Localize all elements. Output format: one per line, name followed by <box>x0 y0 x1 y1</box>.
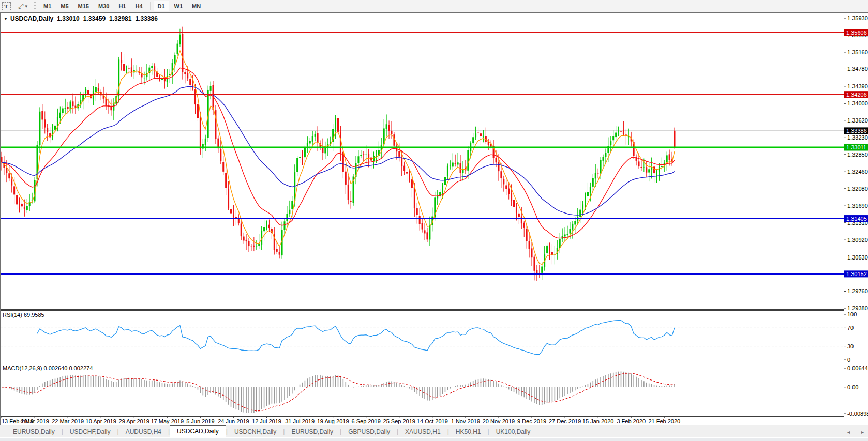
date-label: 22 Mar 2019 <box>52 418 84 424</box>
tab-scroll-controls: ◂ ▸ <box>847 425 864 438</box>
svg-text:1.33230: 1.33230 <box>847 134 868 141</box>
date-label: 15 Jan 2020 <box>582 418 614 424</box>
svg-text:100: 100 <box>847 311 857 317</box>
svg-text:1.33620: 1.33620 <box>847 117 868 124</box>
svg-text:1.33386: 1.33386 <box>846 128 867 134</box>
date-label: 4 Mar 2019 <box>20 418 49 424</box>
date-label: 3 Feb 2020 <box>617 418 646 424</box>
tab-audusd-h4[interactable]: AUDUSD,H4 <box>119 427 168 437</box>
svg-text:1.34390: 1.34390 <box>847 83 868 89</box>
rsi-pane: 10070300 <box>1 311 857 363</box>
tab-scroll-right-icon[interactable]: ▸ <box>861 429 864 435</box>
date-label: 27 Dec 2019 <box>549 418 581 424</box>
svg-text:1.31690: 1.31690 <box>847 203 868 209</box>
svg-text:1.35930: 1.35930 <box>847 15 868 21</box>
text-tool-icon: T <box>2 2 11 10</box>
svg-text:1.30920: 1.30920 <box>847 237 868 243</box>
timeframe-button-m30[interactable]: M30 <box>94 1 113 11</box>
close-value: 1.33386 <box>135 15 157 22</box>
tab-eurusd-daily[interactable]: EURUSD,Daily <box>6 427 62 437</box>
time-axis[interactable]: 13 Feb 20194 Mar 201922 Mar 201910 Apr 2… <box>2 417 680 425</box>
horizontal-lines-layer[interactable] <box>1 33 844 274</box>
tab-uk100-daily[interactable]: UK100,Daily <box>489 427 537 437</box>
svg-text:1.35606: 1.35606 <box>846 29 867 36</box>
timeframe-button-group: M1M5M15M30H1H4D1W1MN <box>39 1 211 11</box>
svg-text:1.31405: 1.31405 <box>846 216 867 222</box>
chart-ohlc-header: ▼ USDCAD,Daily 1.33010 1.33459 1.32981 1… <box>4 15 161 22</box>
collapse-triangle-icon[interactable]: ▼ <box>4 17 8 21</box>
timeframe-button-m5[interactable]: M5 <box>56 1 72 11</box>
svg-text:1.30152: 1.30152 <box>846 271 867 277</box>
svg-text:1.30530: 1.30530 <box>847 254 868 261</box>
status-strip <box>0 437 868 441</box>
timeframe-button-w1[interactable]: W1 <box>170 1 187 11</box>
macd-label: MACD(12,26,9) 0.002640 0.002274 <box>3 365 93 371</box>
low-value: 1.32981 <box>109 15 131 22</box>
tab-xauusd-h1[interactable]: XAUUSD,H1 <box>398 427 447 437</box>
svg-text:1.32080: 1.32080 <box>847 186 868 192</box>
date-label: 6 Sep 2019 <box>352 418 381 424</box>
svg-text:1.32460: 1.32460 <box>847 169 868 175</box>
date-label: 10 Apr 2019 <box>86 418 116 424</box>
open-value: 1.33010 <box>57 15 79 22</box>
svg-text:1.32850: 1.32850 <box>847 151 868 158</box>
arrows-tool-button[interactable]: ⤢ ▾ <box>18 2 28 11</box>
timeframe-button-m15[interactable]: M15 <box>74 1 93 11</box>
date-label: 24 Jun 2019 <box>218 418 249 424</box>
svg-text:1.34000: 1.34000 <box>847 100 868 107</box>
symbol-period-label: USDCAD,Daily <box>10 15 53 22</box>
svg-text:0: 0 <box>847 357 850 363</box>
timeframe-button-d1[interactable]: D1 <box>154 1 169 11</box>
date-label: 12 Jul 2019 <box>252 418 281 424</box>
date-label: 14 Oct 2019 <box>417 418 448 424</box>
svg-text:1.35160: 1.35160 <box>847 49 868 55</box>
svg-text:-0.00898: -0.00898 <box>847 410 868 417</box>
timeframe-button-h1[interactable]: H1 <box>114 1 130 11</box>
rsi-label: RSI(14) 69.9585 <box>3 312 44 318</box>
date-label: 5 Jun 2019 <box>186 418 214 424</box>
date-label: 21 Feb 2020 <box>648 418 680 424</box>
date-label: 25 Sep 2019 <box>383 418 415 424</box>
macd-pane: 0.0064480.00-0.00898 <box>2 365 868 417</box>
svg-text:0.006448: 0.006448 <box>847 365 868 371</box>
svg-text:1.29380: 1.29380 <box>847 305 868 311</box>
timeframe-button-m1[interactable]: M1 <box>39 1 55 11</box>
svg-text:70: 70 <box>847 325 854 331</box>
timeframe-button-h4[interactable]: H4 <box>131 1 146 11</box>
chart-tab-bar: EURUSD,Daily|USDCHF,Daily|AUDUSD,H4|USDC… <box>0 425 868 438</box>
timeframe-button-mn[interactable]: MN <box>188 1 205 11</box>
date-label: 17 May 2019 <box>151 418 184 424</box>
chart-window: ▼ USDCAD,Daily 1.33010 1.33459 1.32981 1… <box>0 12 868 426</box>
tab-gbpusd-daily[interactable]: GBPUSD,Daily <box>341 427 397 437</box>
svg-text:30: 30 <box>847 343 854 349</box>
date-label: 20 Nov 2019 <box>483 418 515 424</box>
tab-usdcnh-daily[interactable]: USDCNH,Daily <box>228 427 283 437</box>
mt4-application: T ⤢ ▾ M1M5M15M30H1H4D1W1MN ▼ USDCAD,Dail… <box>0 0 868 441</box>
tab-hk50-h1[interactable]: HK50,H1 <box>449 427 488 437</box>
date-label: 9 Dec 2019 <box>517 418 546 424</box>
tab-usdchf-daily[interactable]: USDCHF,Daily <box>63 427 117 437</box>
date-label: 1 Nov 2019 <box>451 418 480 424</box>
chart-background-layer <box>1 14 844 417</box>
svg-text:1.34206: 1.34206 <box>846 92 867 98</box>
toolbar-grip[interactable] <box>34 2 36 10</box>
arrows-icon: ⤢ <box>18 2 23 10</box>
chart-canvas[interactable]: 10070300 0.0064480.00-0.00898 1.359301.3… <box>1 14 868 426</box>
text-tool-button[interactable]: T <box>1 2 11 11</box>
svg-text:1.34780: 1.34780 <box>847 66 868 72</box>
date-label: 31 Jul 2019 <box>285 418 315 424</box>
candles-layer <box>1 27 676 281</box>
price-axis[interactable]: 1.359301.355501.351601.347801.343901.340… <box>844 15 868 311</box>
date-label: 19 Aug 2019 <box>317 418 349 424</box>
moving-averages-layer <box>2 51 675 265</box>
tab-usdcad-daily[interactable]: USDCAD,Daily <box>170 425 226 437</box>
svg-text:1.33011: 1.33011 <box>846 144 866 150</box>
chevron-down-icon[interactable]: ▾ <box>25 4 27 9</box>
tabs-holder: EURUSD,Daily|USDCHF,Daily|AUDUSD,H4|USDC… <box>6 425 537 438</box>
tab-eurusd-daily[interactable]: EURUSD,Daily <box>285 427 340 437</box>
date-label: 29 Apr 2019 <box>119 418 149 424</box>
svg-text:1.29760: 1.29760 <box>847 288 868 294</box>
toolbar: T ⤢ ▾ M1M5M15M30H1H4D1W1MN <box>0 0 868 12</box>
high-value: 1.33459 <box>83 15 106 22</box>
tab-scroll-left-icon[interactable]: ◂ <box>847 429 850 435</box>
